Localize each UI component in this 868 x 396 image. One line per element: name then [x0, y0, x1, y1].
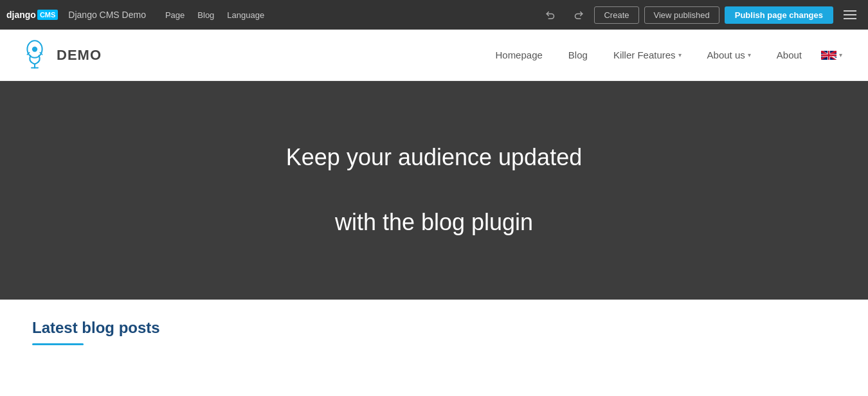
chevron-down-icon: ▾ — [839, 30, 842, 81]
admin-nav-page[interactable]: Page — [161, 10, 188, 20]
hamburger-menu-button[interactable] — [838, 8, 862, 22]
section-underline — [32, 343, 84, 345]
latest-posts-section: Latest blog posts — [0, 300, 868, 358]
nav-about-us[interactable]: About us ▾ — [694, 30, 764, 81]
redo-button[interactable] — [567, 6, 589, 23]
site-header: DEMO Homepage Blog Killer Features ▾ Abo… — [0, 30, 868, 81]
nav-killer-features[interactable]: Killer Features ▾ — [601, 30, 694, 81]
create-button[interactable]: Create — [594, 6, 638, 24]
section-title: Latest blog posts — [32, 319, 836, 337]
admin-nav-language[interactable]: Language — [223, 10, 268, 20]
site-title: DEMO — [57, 47, 102, 64]
cms-badge: CMS — [37, 10, 58, 20]
hero-section: Keep your audience updated with the blog… — [0, 81, 868, 300]
undo-button[interactable] — [540, 6, 562, 23]
django-text: django — [6, 10, 36, 20]
hero-title: Keep your audience updated with the blog… — [286, 141, 582, 239]
admin-nav-blog[interactable]: Blog — [194, 10, 218, 20]
admin-site-name: Django CMS Demo — [68, 10, 146, 20]
publish-button[interactable]: Publish page changes — [725, 6, 833, 24]
django-cms-logo: django CMS — [6, 10, 58, 20]
logo-icon — [19, 39, 50, 72]
language-selector[interactable]: ▾ — [815, 30, 849, 81]
svg-marker-14 — [821, 54, 836, 56]
nav-about[interactable]: About — [764, 30, 815, 81]
site-navigation: Homepage Blog Killer Features ▾ About us… — [482, 30, 849, 81]
nav-homepage[interactable]: Homepage — [482, 30, 555, 81]
view-published-button[interactable]: View published — [644, 6, 719, 24]
admin-toolbar: django CMS Django CMS Demo Page Blog Lan… — [0, 0, 868, 30]
flag-icon — [821, 51, 836, 60]
chevron-down-icon: ▾ — [748, 30, 751, 81]
nav-blog[interactable]: Blog — [556, 30, 601, 81]
site-logo: DEMO — [19, 39, 102, 72]
chevron-down-icon: ▾ — [678, 30, 682, 81]
svg-point-1 — [32, 46, 37, 51]
